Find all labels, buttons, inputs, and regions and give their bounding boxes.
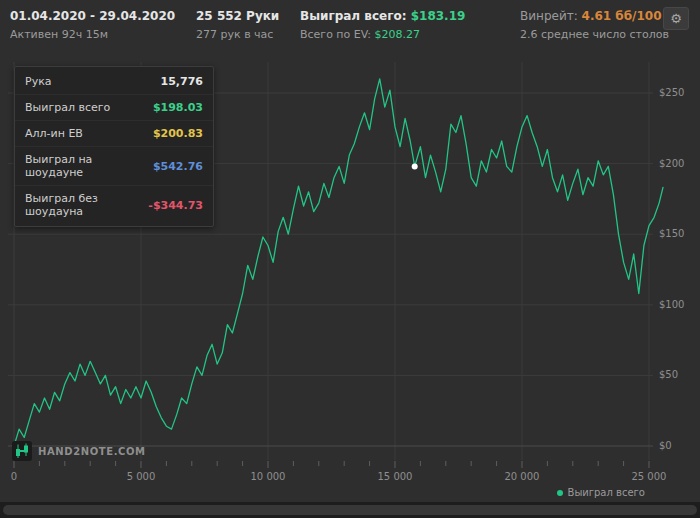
y-tick-label: $250 <box>659 87 699 98</box>
ev-total-value: $208.27 <box>375 28 421 41</box>
y-tick-label: $50 <box>659 369 699 380</box>
winrate-value: 4.61 бб/100 <box>582 9 662 23</box>
y-tick-label: $150 <box>659 228 699 239</box>
logo-text: HAND2NOTE.COM <box>38 446 146 457</box>
hover-tooltip: Рука15,776Выиграл всего$198.03Алл-ин ЕВ$… <box>14 66 214 227</box>
tooltip-row-value: 15,776 <box>161 75 203 88</box>
settings-button[interactable]: ⚙ <box>663 7 689 30</box>
tooltip-row: Выиграл без шоудауна-$344.73 <box>15 186 213 224</box>
x-tick-label: 15 000 <box>365 471 425 482</box>
winrate-block: Винрейт: 4.61 бб/100 2.6 среднее число с… <box>520 9 669 42</box>
x-tick-label: 5 000 <box>111 471 171 482</box>
header: 01.04.2020 - 29.04.2020 Активен 92ч 15м … <box>0 0 700 54</box>
y-tick-label: $100 <box>659 299 699 310</box>
tooltip-row-label: Выиграл всего <box>25 101 110 114</box>
tooltip-row-value: $200.83 <box>153 127 203 140</box>
x-tick-label: 10 000 <box>238 471 298 482</box>
y-tick-label: $0 <box>659 440 699 451</box>
won-total-label: Выиграл всего: <box>300 9 407 23</box>
ev-total-label: Всего по EV: <box>300 28 371 41</box>
avg-tables: 2.6 среднее число столов <box>520 27 669 42</box>
winrate-label: Винрейт: <box>520 9 578 23</box>
tooltip-row: Алл-ин ЕВ$200.83 <box>15 121 213 147</box>
tooltip-row-value: $198.03 <box>153 101 203 114</box>
tooltip-row-label: Выиграл без шоудауна <box>25 192 148 218</box>
tooltip-row: Выиграл на шоудауне$542.76 <box>15 147 213 186</box>
tooltip-row-label: Алл-ин ЕВ <box>25 127 83 140</box>
horizontal-scrollbar[interactable] <box>0 502 700 518</box>
hands-per-hour: 277 рук в час <box>196 27 279 42</box>
legend-marker-icon <box>557 490 563 496</box>
hand2note-session-window: 01.04.2020 - 29.04.2020 Активен 92ч 15м … <box>0 0 700 518</box>
tooltip-row: Выиграл всего$198.03 <box>15 95 213 121</box>
hand2note-logo-icon <box>12 441 32 461</box>
tooltip-row: Рука15,776 <box>15 69 213 95</box>
scrollbar-thumb[interactable] <box>3 505 697 515</box>
gear-icon: ⚙ <box>670 11 682 26</box>
hands-count: 25 552 Руки <box>196 9 279 24</box>
tooltip-row-label: Выиграл на шоудауне <box>25 153 153 179</box>
hover-point-marker <box>412 163 418 169</box>
won-total-value: $183.19 <box>411 9 466 23</box>
hands-block: 25 552 Руки 277 рук в час <box>196 9 279 42</box>
tooltip-row-label: Рука <box>25 75 52 88</box>
date-range: 01.04.2020 - 29.04.2020 <box>10 9 175 24</box>
y-tick-label: $200 <box>659 158 699 169</box>
x-tick-label: 0 <box>0 471 44 482</box>
winnings-block: Выиграл всего: $183.19 Всего по EV: $208… <box>300 9 465 42</box>
x-tick-label: 20 000 <box>492 471 552 482</box>
tooltip-row-value: -$344.73 <box>148 199 203 212</box>
x-tick-label: 25 000 <box>619 471 679 482</box>
hand2note-logo: HAND2NOTE.COM <box>12 441 146 461</box>
tooltip-row-value: $542.76 <box>153 160 203 173</box>
active-time: Активен 92ч 15м <box>10 27 175 42</box>
chart-legend[interactable]: Выиграл всего <box>557 487 645 498</box>
date-range-block: 01.04.2020 - 29.04.2020 Активен 92ч 15м <box>10 9 175 42</box>
legend-label: Выиграл всего <box>568 487 645 498</box>
